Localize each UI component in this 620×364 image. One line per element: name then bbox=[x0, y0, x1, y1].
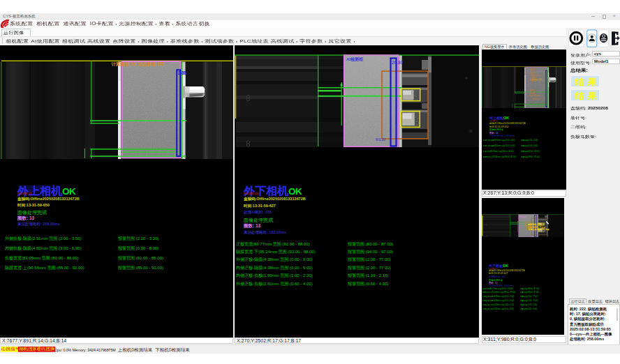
svg-text:动态阈值:100: 动态阈值:100 bbox=[530, 78, 542, 81]
svg-text:外侧正极-负极2.61 范围: 外侧正极-负极2.61 范围 bbox=[528, 228, 549, 231]
svg-text:92.00 S:1: 92.00 S:1 bbox=[532, 98, 540, 100]
svg-text:M:0.20: M:0.20 bbox=[376, 138, 385, 142]
svg-text:AI检测框: AI检测框 bbox=[519, 215, 526, 218]
svg-text:计算阈值:93: 计算阈值:93 bbox=[529, 74, 540, 77]
svg-text:3.88: 3.88 bbox=[178, 70, 187, 75]
svg-text:计算:93 动态: 计算:93 动态 bbox=[529, 94, 540, 97]
svg-text:20.80: 20.80 bbox=[392, 60, 404, 65]
svg-text:计算阈值:93, 动态阈值:100: 计算阈值:93, 动态阈值:100 bbox=[111, 61, 165, 67]
svg-text:AI检测框: AI检测框 bbox=[346, 56, 363, 62]
